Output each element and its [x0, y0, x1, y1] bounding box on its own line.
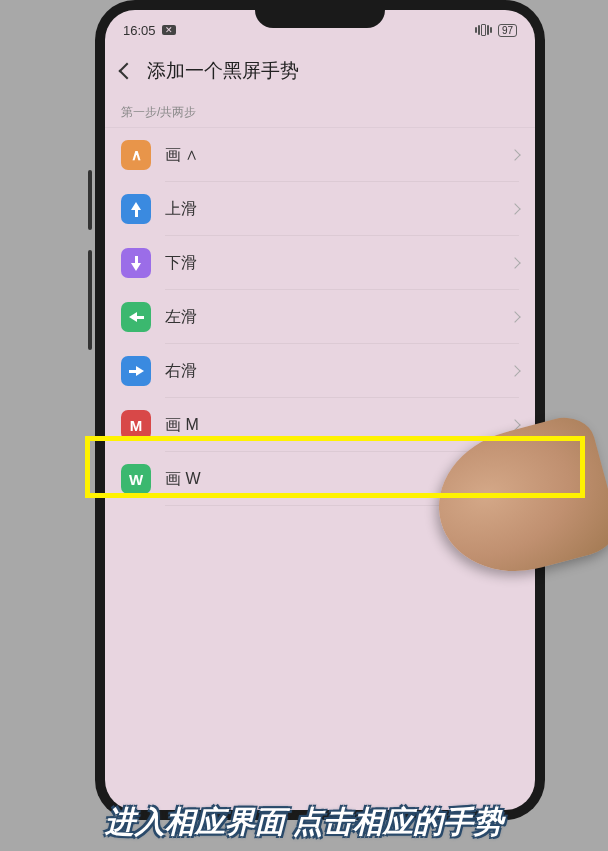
- phone-frame: 16:05 ✕ 97 添加一个黑屏手势 第一步/共两步 ∧画 ∧上滑下滑左滑右滑…: [95, 0, 545, 820]
- volume-button-2: [88, 250, 92, 350]
- gesture-icon: [121, 194, 151, 224]
- battery-icon: 97: [498, 24, 517, 37]
- gesture-item-4[interactable]: 右滑: [105, 344, 535, 398]
- chevron-right-icon: [509, 311, 520, 322]
- gesture-icon: [121, 302, 151, 332]
- gesture-label: 右滑: [165, 361, 497, 382]
- status-time: 16:05: [123, 23, 156, 38]
- chevron-right-icon: [509, 203, 520, 214]
- gesture-item-5[interactable]: M画 M: [105, 398, 535, 452]
- gesture-label: 画 M: [165, 415, 497, 436]
- caption-text: 进入相应界面 点击相应的手势: [0, 794, 608, 851]
- back-icon[interactable]: [119, 63, 136, 80]
- gesture-icon: [121, 356, 151, 386]
- page-title: 添加一个黑屏手势: [147, 58, 299, 84]
- page-header: 添加一个黑屏手势: [105, 44, 535, 98]
- step-indicator: 第一步/共两步: [105, 98, 535, 128]
- notch: [255, 0, 385, 28]
- gesture-icon: M: [121, 410, 151, 440]
- chevron-right-icon: [509, 365, 520, 376]
- screen: 16:05 ✕ 97 添加一个黑屏手势 第一步/共两步 ∧画 ∧上滑下滑左滑右滑…: [105, 10, 535, 810]
- chevron-right-icon: [509, 257, 520, 268]
- gesture-label: 上滑: [165, 199, 497, 220]
- gesture-label: 左滑: [165, 307, 497, 328]
- gesture-icon: [121, 248, 151, 278]
- gesture-icon: ∧: [121, 140, 151, 170]
- vibrate-icon: [475, 24, 492, 36]
- gesture-item-1[interactable]: 上滑: [105, 182, 535, 236]
- chevron-right-icon: [509, 149, 520, 160]
- status-badge-icon: ✕: [162, 25, 176, 35]
- gesture-item-2[interactable]: 下滑: [105, 236, 535, 290]
- gesture-label: 画 ∧: [165, 145, 497, 166]
- volume-button: [88, 170, 92, 230]
- gesture-item-3[interactable]: 左滑: [105, 290, 535, 344]
- gesture-label: 下滑: [165, 253, 497, 274]
- gesture-icon: W: [121, 464, 151, 494]
- gesture-item-0[interactable]: ∧画 ∧: [105, 128, 535, 182]
